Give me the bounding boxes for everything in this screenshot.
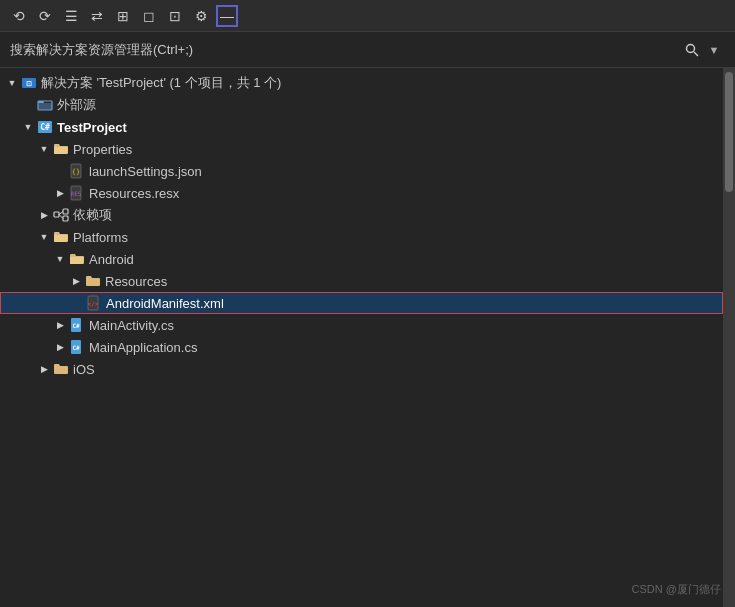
svg-rect-6 [38,103,52,110]
expand-mainactivity-icon[interactable] [52,317,68,333]
svg-text:C#: C# [40,123,50,132]
expand-resources-resx-icon[interactable] [52,185,68,201]
svg-rect-13 [54,212,59,217]
svg-rect-14 [63,209,68,214]
toolbar-grid-icon[interactable]: ⊞ [112,5,134,27]
search-header: 搜索解决方案资源管理器(Ctrl+;) ▼ [0,32,735,68]
toolbar-square-icon[interactable]: ◻ [138,5,160,27]
mainactivity-label: MainActivity.cs [89,318,174,333]
tree-item-android[interactable]: Android [0,248,723,270]
toolbar-forward-icon[interactable]: ⟳ [34,5,56,27]
tree-item-external[interactable]: 外部源 [0,94,723,116]
search-button[interactable] [681,39,703,61]
tree-item-resources-resx[interactable]: RES Resources.resx [0,182,723,204]
search-options-button[interactable]: ▼ [703,39,725,61]
expand-ios-icon[interactable] [36,361,52,377]
tree-item-solution[interactable]: ⊡ 解决方案 'TestProject' (1 个项目，共 1 个) [0,72,723,94]
expand-deps-icon[interactable] [36,207,52,223]
properties-folder-icon [52,140,70,158]
platforms-folder-icon [52,228,70,246]
launchsettings-label: launchSettings.json [89,164,202,179]
toolbar-back-icon[interactable]: ⟲ [8,5,30,27]
tree-item-mainapplication[interactable]: C# MainApplication.cs [0,336,723,358]
expand-mainapplication-icon[interactable] [52,339,68,355]
expand-platforms-icon[interactable] [36,229,52,245]
tree-item-deps[interactable]: 依赖项 [0,204,723,226]
toolbar-close-icon[interactable]: — [216,5,238,27]
ios-folder-icon [52,360,70,378]
resources-resx-icon: RES [68,184,86,202]
svg-text:{}: {} [72,168,80,176]
tree-item-launchsettings[interactable]: {} launchSettings.json [0,160,723,182]
platforms-label: Platforms [73,230,128,245]
svg-line-1 [694,52,698,56]
toolbar: ⟲ ⟳ ☰ ⇄ ⊞ ◻ ⊡ ⚙ — [0,0,735,32]
tree-item-properties[interactable]: Properties [0,138,723,160]
expand-android-icon[interactable] [52,251,68,267]
deps-label: 依赖项 [73,206,112,224]
main-area: ⊡ 解决方案 'TestProject' (1 个项目，共 1 个) 外部源 [0,68,735,607]
solution-explorer-tree[interactable]: ⊡ 解决方案 'TestProject' (1 个项目，共 1 个) 外部源 [0,68,723,607]
toolbar-filter-icon[interactable]: ⊡ [164,5,186,27]
svg-rect-15 [63,216,68,221]
search-header-title: 搜索解决方案资源管理器(Ctrl+;) [10,41,681,59]
androidmanifest-icon: </> [85,294,103,312]
svg-text:C#: C# [72,322,80,329]
tree-item-android-resources[interactable]: Resources [0,270,723,292]
android-folder-icon [68,250,86,268]
svg-line-17 [59,215,63,219]
scrollbar-thumb[interactable] [725,72,733,192]
launchsettings-icon: {} [68,162,86,180]
properties-label: Properties [73,142,132,157]
tree-item-platforms[interactable]: Platforms [0,226,723,248]
toolbar-settings-icon[interactable]: ⚙ [190,5,212,27]
resources-resx-label: Resources.resx [89,186,179,201]
svg-text:⊡: ⊡ [26,80,32,87]
mainactivity-icon: C# [68,316,86,334]
scrollbar[interactable] [723,68,735,607]
tree-item-testproject[interactable]: C# TestProject [0,116,723,138]
watermark: CSDN @厦门德仔 [632,582,721,597]
android-resources-folder-icon [84,272,102,290]
solution-label: 解决方案 'TestProject' (1 个项目，共 1 个) [41,74,281,92]
deps-icon [52,206,70,224]
tree-item-androidmanifest[interactable]: </> AndroidManifest.xml [0,292,723,314]
toolbar-sync-icon[interactable]: ⇄ [86,5,108,27]
external-sources-label: 外部源 [57,96,96,114]
svg-text:C#: C# [72,344,80,351]
expand-android-resources-icon[interactable] [68,273,84,289]
ios-label: iOS [73,362,95,377]
mainapplication-label: MainApplication.cs [89,340,197,355]
android-resources-label: Resources [105,274,167,289]
svg-point-0 [687,44,695,52]
external-sources-icon [36,96,54,114]
mainapplication-icon: C# [68,338,86,356]
svg-text:RES: RES [71,190,82,197]
tree-item-mainactivity[interactable]: C# MainActivity.cs [0,314,723,336]
svg-text:</>: </> [88,300,99,307]
solution-icon: ⊡ [20,74,38,92]
toolbar-menu-icon[interactable]: ☰ [60,5,82,27]
testproject-label: TestProject [57,120,127,135]
expand-testproject-icon[interactable] [20,119,36,135]
expand-properties-icon[interactable] [36,141,52,157]
tree-item-ios[interactable]: iOS [0,358,723,380]
androidmanifest-label: AndroidManifest.xml [106,296,224,311]
project-icon: C# [36,118,54,136]
android-label: Android [89,252,134,267]
expand-solution-icon[interactable] [4,75,20,91]
